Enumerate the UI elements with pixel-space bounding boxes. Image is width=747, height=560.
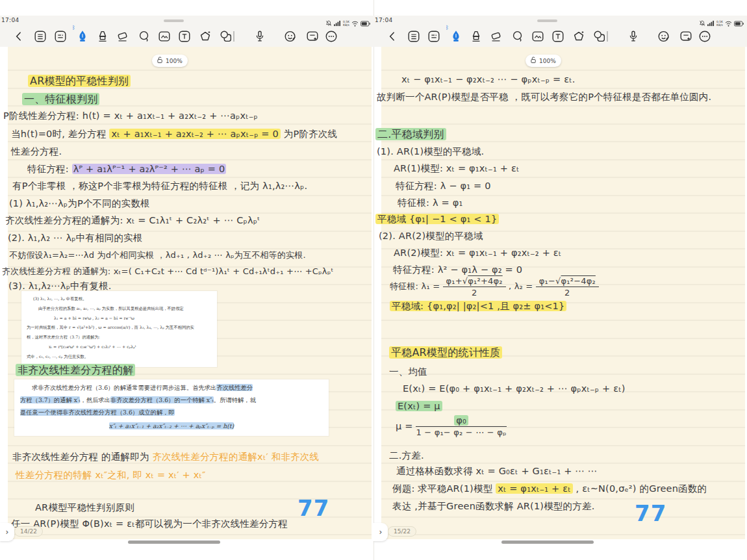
- note-line: 特征根: λ = φ₁: [398, 196, 463, 210]
- home-indicator[interactable]: [501, 541, 594, 544]
- marker-tool-button[interactable]: [468, 28, 485, 45]
- text-tool-button[interactable]: [550, 28, 566, 45]
- outline-button[interactable]: [32, 28, 49, 45]
- insert-image-button[interactable]: [529, 28, 546, 45]
- toolbar: ᛒ: [0, 27, 374, 47]
- more-button[interactable]: [323, 28, 340, 45]
- section-heading: 非齐次线性差分方程的解: [16, 363, 135, 377]
- back-button[interactable]: [10, 28, 27, 45]
- toolbar-divider: [231, 28, 237, 45]
- note-line: 当h(t)=0时, 差分方程 xₜ + a₁xₜ₋₁ + a₂xₜ₋₂ + ⋯ …: [11, 127, 337, 141]
- bluetooth-icon: ᛒ: [72, 25, 75, 31]
- text-tool-button[interactable]: [176, 28, 193, 45]
- note-line: (1). AR(1)模型的平稳域.: [377, 145, 484, 159]
- note-line: E(xₜ) = μ: [396, 400, 442, 413]
- section-heading: 一、特征根判别: [22, 92, 99, 106]
- status-time: 17:04: [1, 17, 19, 23]
- pen-tool-button[interactable]: ᛒ: [74, 28, 91, 45]
- note-line: 有P个非零根 ，称这P个非零根为特征方程的特征根 ，记为 λ₁,λ₂⋯λₚ.: [12, 179, 307, 193]
- microphone-button[interactable]: [251, 28, 268, 45]
- page-indicator[interactable]: 14/22: [14, 526, 43, 537]
- note-line: 平稳域: {φ₁,φ₂| |φ₂|<1 ,且 φ₂± φ₁<1}: [390, 299, 566, 313]
- note-line: 特征根: λ₁ = φ₁+√φ₁²+4φ₂2 , λ₂ = φ₁−√φ₁²−4φ…: [390, 276, 599, 298]
- handwritten-page-number: 77: [635, 500, 666, 526]
- sticker-pen-button[interactable]: [282, 28, 299, 45]
- note-line: 特征方程: λᴾ + a₁λᴾ⁻¹ + a₂λᴾ⁻² + ⋯ aₚ = 0: [27, 162, 226, 176]
- eraser-tool-button[interactable]: [114, 28, 131, 45]
- note-line: (2). AR(2)模型的平稳域: [379, 229, 483, 243]
- note-line: AR模型平稳性判别原则: [35, 501, 134, 515]
- pen-tool-button[interactable]: ᛒ: [448, 28, 464, 45]
- note-line: μ = φ₀1 − φ₁− φ₂ − ⋯ − φₚ: [396, 416, 507, 437]
- note-line: 二.方差.: [389, 449, 424, 463]
- note-line: 通过格林函数求得 xₜ = G₀εₜ + G₁εₜ₋₁ + ⋯ ⋯: [396, 465, 598, 478]
- multitask-drag-handle[interactable]: [164, 19, 184, 22]
- note-line: 非齐次线性差分方程 的通解即为 齐次线性差分方程的通解xₜ′ 和非齐次线: [12, 450, 319, 464]
- network-speed: 0.5KKB/s: [716, 20, 723, 27]
- note-line: 特征方程: λ² − φ₁λ − φ₂ = 0: [393, 263, 522, 277]
- back-button[interactable]: [384, 28, 401, 45]
- note-line: E(xₜ) = E(φ₀ + φ₁xₜ₋₁ + φ₂xₜ₋₂ + ⋯ φₚxₜ₋…: [403, 382, 626, 396]
- note-line: 齐次线性差分方程的通解为: xₜ = C₁λ₁ᵗ + C₂λ₂ᵗ + ⋯ Cₚλ…: [5, 214, 260, 227]
- note-line: 平稳域 {φ₁| −1 < φ₁ < 1}: [375, 212, 499, 226]
- more-button[interactable]: [696, 28, 713, 45]
- notebook-screen-right: 17:04 0.5KKB/s ᛒ: [374, 0, 747, 560]
- sidebar-expand-tab[interactable]: ›: [0, 523, 14, 541]
- note-line: xₜ − φ₁xₜ₋₁ − φ₂xₜ₋₂ ⋯ − φₚxₜ₋ₚ = εₜ.: [401, 73, 575, 86]
- insert-image-button[interactable]: [156, 28, 173, 45]
- note-line: 齐次线性差分方程 的通解为: xₜ=( C₁+C₂t +⋯ Cd tᵈ⁻¹)λ₁…: [2, 264, 334, 278]
- zoom-level: 100%: [166, 58, 183, 64]
- toolbar-divider: [604, 28, 611, 45]
- note-line: 性差分方程的特解 xₜ″之和, 即 xₜ = xₜ′ + xₜ″: [16, 468, 206, 482]
- note-line: P阶线性差分方程: h(t) = xₜ + a₁xₜ₋₁ + a₂xₜ₋₂ + …: [3, 109, 258, 123]
- pasted-textbook-clip-1: (3) λ₁, λ₂, ⋯, λₚ 中有复根。 由于差分方程的系数 a₁, a₂…: [21, 291, 217, 367]
- marker-tool-button[interactable]: [94, 28, 111, 45]
- zoom-indicator[interactable]: 100%: [152, 55, 188, 67]
- lasso-tool-button[interactable]: [136, 28, 153, 45]
- multitask-drag-handle[interactable]: [537, 19, 557, 22]
- page-title: AR模型的平稳性判别: [28, 74, 131, 88]
- sticker-pen-button[interactable]: [655, 28, 672, 45]
- outline-button[interactable]: [405, 28, 422, 45]
- notebook-screen-left: 17:04 0.5KKB/s ᛒ: [0, 0, 374, 560]
- bluetooth-icon: ᛒ: [446, 25, 449, 31]
- section-heading: 二.平稳域判别: [375, 127, 446, 141]
- unlock-icon: [531, 57, 537, 65]
- network-speed: 0.5KKB/s: [343, 20, 349, 27]
- handwritten-page-number: 77: [298, 495, 329, 521]
- note-line: 故判断一个AR(P)模型是否平稳 ，既可以考察它的P个特征根是否都在单位圆内.: [377, 90, 711, 104]
- note-line: 不妨假设λ₁=λ₂=⋯λd 为d个相同实根 ，λd₊₁ , λd₊₂ ⋯ λₚ为…: [9, 248, 306, 262]
- split-view: 17:04 0.5KKB/s ᛒ: [0, 0, 747, 560]
- split-divider: [374, 0, 374, 560]
- note-line: 性差分方程.: [11, 145, 62, 159]
- page-indicator[interactable]: 15/22: [388, 526, 416, 537]
- lasso-tool-button[interactable]: [509, 28, 526, 45]
- microphone-button[interactable]: [625, 28, 642, 45]
- zoom-level: 100%: [539, 58, 556, 64]
- section-heading: 平稳AR模型的统计性质: [389, 346, 502, 359]
- shapes-tool-button[interactable]: [570, 28, 587, 45]
- note-line: (2). λ₁,λ₂ ⋯ λₚ中有相同的实根: [8, 231, 143, 245]
- home-indicator[interactable]: [128, 541, 220, 544]
- note-line: 特征方程: λ − φ₁ = 0: [396, 179, 491, 193]
- note-line: 任一 AR(P)模型 Φ(B)xₜ = εₜ都可以视为一个非齐次线性差分方程: [11, 517, 288, 531]
- note-line: 例题: 求平稳AR(1)模型 xₜ = φ₁xₜ₋₁ + εₜ , εₜ~N(0…: [392, 482, 707, 496]
- note-line: (1) λ₁,λ₂⋯λₚ为P个不同的实数根: [9, 197, 150, 210]
- toolbar: ᛒ: [374, 27, 747, 47]
- page-list-button[interactable]: [425, 28, 442, 45]
- add-comment-button[interactable]: [677, 28, 694, 45]
- zoom-indicator[interactable]: 100%: [525, 55, 561, 67]
- sidebar-expand-tab[interactable]: ›: [374, 523, 388, 541]
- add-comment-button[interactable]: [304, 28, 321, 45]
- eraser-tool-button[interactable]: [488, 28, 505, 45]
- page-list-button[interactable]: [52, 28, 69, 45]
- unlock-icon: [157, 57, 163, 65]
- pasted-textbook-clip-2: 求非齐次线性差分方程（3.6）的解通常需要进行两步运算。首先求出齐次线性差分 方…: [14, 379, 329, 436]
- note-line: AR(1)模型: xₜ = φ₁xₜ₋₁ + εₜ: [394, 162, 519, 175]
- note-line: AR(2)模型: xₜ = φ₁xₜ₋₁ + φ₂xₜ₋₂ + εₜ: [394, 246, 561, 260]
- note-line: 表达 ,并基于Green函数求解 AR(1)模型的方差.: [392, 500, 594, 513]
- note-line: 一、均值: [389, 365, 427, 379]
- status-time: 17:04: [375, 17, 392, 23]
- shapes-tool-button[interactable]: [197, 28, 214, 45]
